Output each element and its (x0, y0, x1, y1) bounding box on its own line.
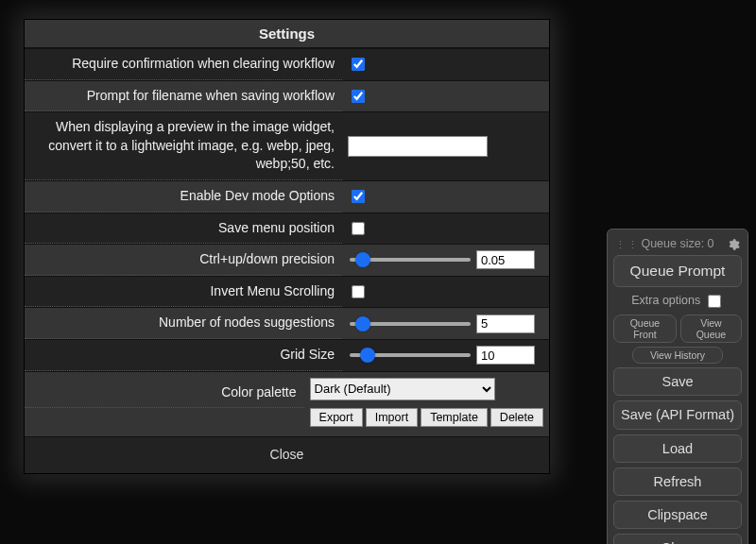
grid-size-slider[interactable] (350, 353, 471, 357)
settings-title: Settings (25, 20, 549, 48)
extra-options-checkbox[interactable] (708, 295, 721, 308)
ctrl-precision-slider[interactable] (350, 258, 471, 262)
prompt-filename-label: Prompt for filename when saving workflow (25, 81, 342, 112)
preview-convert-input[interactable] (348, 136, 488, 157)
close-button[interactable]: Close (25, 436, 549, 473)
save-button[interactable]: Save (613, 367, 742, 396)
queue-size-label: Queue size: 0 (641, 237, 713, 250)
require-confirm-label: Require confirmation when clearing workf… (25, 49, 342, 80)
grid-size-label: Grid Size (25, 340, 342, 371)
queue-front-button[interactable]: Queue Front (613, 314, 677, 343)
node-suggestions-value[interactable] (476, 314, 535, 333)
prompt-filename-checkbox[interactable] (352, 90, 365, 103)
side-panel: ⋮⋮ Queue size: 0 Queue Prompt Extra opti… (607, 229, 748, 544)
gear-icon[interactable] (727, 238, 740, 251)
dev-mode-label: Enable Dev mode Options (25, 181, 342, 212)
save-menu-pos-checkbox[interactable] (352, 222, 365, 235)
grid-size-value[interactable] (476, 346, 535, 365)
require-confirm-checkbox[interactable] (352, 58, 365, 71)
load-button[interactable]: Load (613, 434, 742, 463)
extra-options-label: Extra options (631, 294, 700, 307)
ctrl-precision-value[interactable] (476, 250, 535, 269)
view-queue-button[interactable]: View Queue (680, 314, 742, 343)
node-suggestions-slider[interactable] (350, 322, 471, 326)
settings-rows: Require confirmation when clearing workf… (25, 48, 549, 436)
extra-options-row: Extra options (613, 292, 742, 311)
clear-button[interactable]: Clear (613, 534, 742, 544)
clipspace-button[interactable]: Clipspace (613, 501, 742, 529)
invert-scroll-label: Invert Menu Scrolling (25, 277, 342, 308)
node-suggestions-label: Number of nodes suggestions (25, 308, 342, 339)
preview-convert-label: When displaying a preview in the image w… (25, 112, 342, 180)
view-history-button[interactable]: View History (632, 347, 723, 364)
invert-scroll-checkbox[interactable] (352, 285, 365, 298)
refresh-button[interactable]: Refresh (613, 468, 742, 496)
drag-handle-icon[interactable]: ⋮⋮ (615, 239, 640, 251)
palette-export-button[interactable]: Export (310, 408, 363, 427)
settings-dialog: Settings Require confirmation when clear… (24, 19, 550, 474)
palette-delete-button[interactable]: Delete (490, 408, 543, 427)
color-palette-label: Color palette (25, 374, 304, 409)
ctrl-precision-label: Ctrl+up/down precision (25, 245, 342, 276)
palette-import-button[interactable]: Import (366, 408, 418, 427)
queue-prompt-button[interactable]: Queue Prompt (613, 255, 742, 287)
save-menu-pos-label: Save menu position (25, 213, 342, 245)
color-palette-select[interactable]: Dark (Default) (310, 378, 495, 400)
save-api-button[interactable]: Save (API Format) (613, 400, 742, 430)
dev-mode-checkbox[interactable] (352, 190, 365, 203)
palette-template-button[interactable]: Template (421, 408, 488, 427)
